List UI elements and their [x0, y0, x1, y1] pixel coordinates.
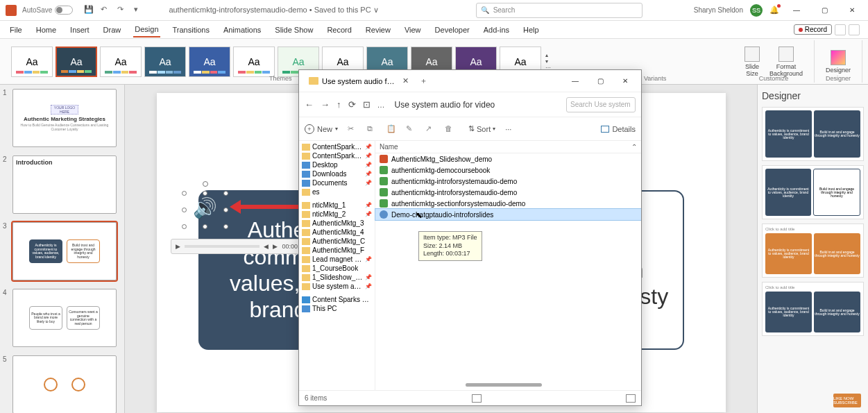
view-icons-icon[interactable] — [626, 394, 636, 403]
cut-icon[interactable]: ✂ — [348, 124, 357, 134]
resize-handle[interactable] — [182, 208, 187, 212]
tab-record[interactable]: Record — [325, 23, 352, 37]
rotate-handle[interactable] — [203, 181, 208, 187]
explorer-maximize[interactable]: ▢ — [588, 73, 612, 90]
tree-item[interactable]: Lead magnet ide📌 — [299, 255, 375, 264]
tree-item[interactable]: Downloads📌 — [299, 169, 375, 178]
tree-item[interactable]: 1_Slideshow_Not📌 — [299, 273, 375, 282]
tree-item[interactable]: 1_CourseBook — [299, 264, 375, 273]
tab-animations[interactable]: Animations — [222, 23, 262, 37]
new-button[interactable]: +New ▾ — [305, 124, 338, 134]
file-row[interactable]: authenticmktg-democoursebook — [375, 165, 641, 176]
autosave-toggle[interactable] — [55, 6, 73, 15]
tree-item[interactable]: Desktop📌 — [299, 160, 375, 169]
format-background-button[interactable]: Format Background — [765, 45, 807, 78]
new-tab-button[interactable]: ＋ — [420, 76, 427, 86]
tree-item[interactable]: Documents📌 — [299, 178, 375, 187]
copy-icon[interactable]: ⧉ — [367, 124, 377, 134]
design-suggestion[interactable]: Authenticity is commitment to values, au… — [762, 107, 864, 161]
tab-slideshow[interactable]: Slide Show — [273, 23, 314, 37]
design-suggestion[interactable]: Click to add title Authenticity is commi… — [762, 224, 864, 278]
more-icon[interactable]: … — [377, 101, 385, 109]
undo-icon[interactable]: ↶ — [101, 5, 112, 16]
search-box[interactable]: 🔍 Search — [476, 3, 643, 18]
slide-size-button[interactable]: Slide Size — [740, 45, 764, 78]
tab-transitions[interactable]: Transitions — [171, 23, 211, 37]
tab-view[interactable]: View — [403, 23, 423, 37]
tree-item[interactable]: Use system audio📌 — [299, 282, 375, 291]
breadcrumb[interactable]: Use system audio for video — [395, 100, 557, 110]
up-icon[interactable]: ↑ — [337, 99, 341, 110]
design-suggestion[interactable]: Authenticity is commitment to values, au… — [762, 165, 864, 219]
save-icon[interactable]: 💾 — [84, 5, 95, 16]
tree-item[interactable]: AuthenticMktg_3 — [299, 219, 375, 228]
tree-item[interactable]: es — [299, 187, 375, 196]
tab-design[interactable]: Design — [133, 22, 160, 37]
file-row[interactable]: authenticmktg-introforsystemaudio-demo — [375, 187, 641, 198]
audio-track[interactable] — [185, 245, 260, 248]
theme-swatch[interactable]: Aa — [11, 47, 53, 77]
thumbnail-4[interactable]: People who trust a brand are more likely… — [12, 289, 117, 347]
tree-item[interactable]: AuthenticMktg_C — [299, 237, 375, 246]
monitor-icon[interactable]: ⊡ — [363, 99, 371, 110]
explorer-tab[interactable]: Use system audio for vid ✕ — [303, 74, 414, 88]
tab-developer[interactable]: Developer — [434, 23, 471, 37]
delete-icon[interactable]: 🗑 — [445, 124, 454, 134]
themes-more[interactable]: ▴▾⋯ — [545, 52, 555, 71]
refresh-icon[interactable]: ⟳ — [348, 99, 356, 110]
record-button[interactable]: Record — [794, 24, 832, 35]
play-icon[interactable]: ▶ — [176, 243, 180, 250]
tab-insert[interactable]: Insert — [69, 23, 91, 37]
tree-item[interactable]: nticMktg_1📌 — [299, 201, 375, 210]
resize-handle[interactable] — [182, 191, 187, 196]
resize-handle[interactable] — [223, 191, 228, 196]
resize-handle[interactable] — [203, 224, 207, 229]
file-row[interactable]: authenticmktg-sectionforsystemaudio-demo — [375, 198, 641, 209]
tree-item[interactable]: AuthenticMktg_F — [299, 246, 375, 255]
qat-more-icon[interactable]: ▾ — [134, 5, 145, 16]
share-icon[interactable] — [849, 24, 860, 35]
thumbnail-3[interactable]: Authenticity is commitment to values, au… — [12, 222, 117, 280]
tab-review[interactable]: Review — [364, 23, 392, 37]
resize-handle[interactable] — [182, 224, 187, 229]
present-icon[interactable] — [835, 24, 846, 35]
theme-swatch[interactable]: Aa — [100, 47, 142, 77]
theme-swatch[interactable]: Aa — [189, 47, 230, 77]
explorer-search[interactable]: Search Use system — [566, 97, 636, 112]
tree-item[interactable]: AuthenticMktg_4 — [299, 228, 375, 237]
explorer-close[interactable]: ✕ — [613, 73, 637, 90]
theme-swatch-selected[interactable]: Aa — [56, 47, 97, 77]
thumbnail-2[interactable]: Introduction — [12, 155, 117, 214]
resize-handle[interactable] — [223, 208, 228, 212]
tab-addins[interactable]: Add-ins — [482, 23, 511, 37]
tab-file[interactable]: File — [8, 23, 24, 37]
audio-object[interactable]: 🔊 — [185, 194, 226, 228]
tab-close-icon[interactable]: ✕ — [402, 76, 409, 85]
designer-button[interactable]: Designer — [822, 49, 855, 75]
more-actions-icon[interactable]: ··· — [505, 125, 511, 133]
tree-item[interactable]: ContentSparks_S📌 — [299, 142, 375, 151]
resize-handle[interactable] — [203, 191, 207, 196]
thumbnail-1[interactable]: YOUR LOGO HERE Authentic Marketing Strat… — [12, 89, 117, 147]
close-button[interactable]: ✕ — [842, 6, 862, 14]
theme-swatch[interactable]: Aa — [233, 47, 275, 77]
tree-item[interactable]: nticMktg_2📌 — [299, 210, 375, 219]
file-row[interactable]: authenticmktg-introforsystemaudio-demo — [375, 176, 641, 187]
tab-draw[interactable]: Draw — [102, 23, 123, 37]
design-suggestion[interactable]: Click to add title Authenticity is commi… — [762, 282, 864, 336]
explorer-minimize[interactable]: — — [563, 73, 587, 90]
notifications-icon[interactable]: 🔔 — [769, 6, 779, 15]
theme-swatch[interactable]: Aa — [144, 47, 186, 77]
file-row[interactable]: AuthenticMktg_Slideshow_demo — [375, 153, 641, 165]
resize-handle[interactable] — [223, 224, 228, 229]
tree-item[interactable]: This PC — [299, 304, 375, 313]
tab-home[interactable]: Home — [35, 23, 58, 37]
document-title[interactable]: authenticmktg-introforsystemaudio-demo •… — [169, 6, 378, 15]
tab-help[interactable]: Help — [522, 23, 541, 37]
forward-icon[interactable]: → — [321, 99, 330, 110]
sort-button[interactable]: ⇅ Sort ▾ — [468, 124, 495, 133]
horizontal-scrollbar[interactable] — [466, 383, 537, 387]
user-avatar[interactable]: SS — [750, 4, 763, 17]
thumbnail-5[interactable] — [12, 355, 117, 413]
minimize-button[interactable]: — — [786, 6, 807, 14]
